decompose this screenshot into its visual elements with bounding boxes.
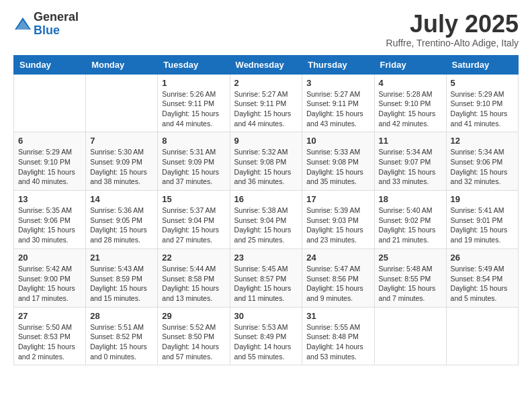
calendar-cell: 27Sunrise: 5:50 AM Sunset: 8:53 PM Dayli… [14,307,86,365]
logo: General Blue [13,11,79,38]
day-info: Sunrise: 5:44 AM Sunset: 8:58 PM Dayligh… [162,264,225,304]
day-number: 11 [379,136,442,146]
calendar-header-wednesday: Wednesday [230,55,302,74]
calendar-cell: 31Sunrise: 5:55 AM Sunset: 8:48 PM Dayli… [302,307,374,365]
calendar-cell: 13Sunrise: 5:35 AM Sunset: 9:06 PM Dayli… [14,191,86,249]
day-info: Sunrise: 5:30 AM Sunset: 9:09 PM Dayligh… [90,147,153,187]
day-info: Sunrise: 5:42 AM Sunset: 9:00 PM Dayligh… [18,264,81,304]
calendar-header-monday: Monday [86,55,158,74]
day-info: Sunrise: 5:40 AM Sunset: 9:02 PM Dayligh… [379,205,442,245]
calendar-cell: 1Sunrise: 5:26 AM Sunset: 9:11 PM Daylig… [158,74,230,132]
day-number: 18 [379,194,442,204]
day-number: 14 [90,194,153,204]
page-header: General Blue July 2025 Ruffre, Trentino-… [13,11,519,48]
day-info: Sunrise: 5:27 AM Sunset: 9:11 PM Dayligh… [234,89,298,129]
day-number: 1 [162,78,225,88]
calendar-header-saturday: Saturday [446,55,518,74]
day-number: 12 [451,136,514,146]
day-info: Sunrise: 5:31 AM Sunset: 9:09 PM Dayligh… [162,147,225,187]
day-info: Sunrise: 5:55 AM Sunset: 8:48 PM Dayligh… [306,322,369,362]
calendar-cell: 18Sunrise: 5:40 AM Sunset: 9:02 PM Dayli… [374,191,446,249]
day-info: Sunrise: 5:38 AM Sunset: 9:04 PM Dayligh… [234,205,298,245]
calendar-cell: 26Sunrise: 5:49 AM Sunset: 8:54 PM Dayli… [446,248,518,307]
calendar-cell: 17Sunrise: 5:39 AM Sunset: 9:03 PM Dayli… [302,191,374,249]
day-number: 6 [18,136,81,146]
day-info: Sunrise: 5:29 AM Sunset: 9:10 PM Dayligh… [18,147,81,187]
day-number: 3 [306,78,369,88]
calendar-cell: 4Sunrise: 5:28 AM Sunset: 9:10 PM Daylig… [374,74,446,132]
calendar-cell: 29Sunrise: 5:52 AM Sunset: 8:50 PM Dayli… [158,307,230,365]
day-number: 16 [234,194,298,204]
day-info: Sunrise: 5:28 AM Sunset: 9:10 PM Dayligh… [379,89,442,129]
day-info: Sunrise: 5:39 AM Sunset: 9:03 PM Dayligh… [306,205,369,245]
calendar-cell: 28Sunrise: 5:51 AM Sunset: 8:52 PM Dayli… [86,307,158,365]
day-number: 24 [306,253,369,263]
calendar-cell: 6Sunrise: 5:29 AM Sunset: 9:10 PM Daylig… [14,132,86,191]
day-number: 22 [162,253,225,263]
logo-general: General [34,11,79,24]
calendar-cell: 22Sunrise: 5:44 AM Sunset: 8:58 PM Dayli… [158,248,230,307]
day-number: 29 [162,311,225,321]
day-number: 8 [162,136,225,146]
calendar-cell: 16Sunrise: 5:38 AM Sunset: 9:04 PM Dayli… [230,191,302,249]
calendar-cell: 9Sunrise: 5:32 AM Sunset: 9:08 PM Daylig… [230,132,302,191]
calendar-cell [374,307,446,365]
calendar-header-row: SundayMondayTuesdayWednesdayThursdayFrid… [14,55,519,74]
day-info: Sunrise: 5:45 AM Sunset: 8:57 PM Dayligh… [234,264,298,304]
day-info: Sunrise: 5:33 AM Sunset: 9:08 PM Dayligh… [306,147,369,187]
day-number: 9 [234,136,298,146]
calendar-cell: 21Sunrise: 5:43 AM Sunset: 8:59 PM Dayli… [86,248,158,307]
logo-blue: Blue [34,24,79,38]
day-info: Sunrise: 5:37 AM Sunset: 9:04 PM Dayligh… [162,205,225,245]
calendar-cell: 25Sunrise: 5:48 AM Sunset: 8:55 PM Dayli… [374,248,446,307]
calendar-week-row: 13Sunrise: 5:35 AM Sunset: 9:06 PM Dayli… [14,191,519,249]
day-number: 7 [90,136,153,146]
calendar-week-row: 6Sunrise: 5:29 AM Sunset: 9:10 PM Daylig… [14,132,519,191]
logo-icon [13,15,32,34]
day-info: Sunrise: 5:43 AM Sunset: 8:59 PM Dayligh… [90,264,153,304]
calendar-cell: 8Sunrise: 5:31 AM Sunset: 9:09 PM Daylig… [158,132,230,191]
calendar-week-row: 1Sunrise: 5:26 AM Sunset: 9:11 PM Daylig… [14,74,519,132]
calendar-header-tuesday: Tuesday [158,55,230,74]
day-info: Sunrise: 5:50 AM Sunset: 8:53 PM Dayligh… [18,322,81,362]
calendar-cell: 23Sunrise: 5:45 AM Sunset: 8:57 PM Dayli… [230,248,302,307]
day-info: Sunrise: 5:27 AM Sunset: 9:11 PM Dayligh… [306,89,369,129]
calendar-cell: 14Sunrise: 5:36 AM Sunset: 9:05 PM Dayli… [86,191,158,249]
calendar-cell: 10Sunrise: 5:33 AM Sunset: 9:08 PM Dayli… [302,132,374,191]
day-number: 30 [234,311,298,321]
calendar-cell [14,74,86,132]
calendar-cell: 24Sunrise: 5:47 AM Sunset: 8:56 PM Dayli… [302,248,374,307]
day-number: 15 [162,194,225,204]
day-number: 28 [90,311,153,321]
day-number: 23 [234,253,298,263]
day-number: 26 [451,253,514,263]
day-info: Sunrise: 5:48 AM Sunset: 8:55 PM Dayligh… [379,264,442,304]
calendar-cell: 3Sunrise: 5:27 AM Sunset: 9:11 PM Daylig… [302,74,374,132]
day-number: 20 [18,253,81,263]
day-number: 27 [18,311,81,321]
day-info: Sunrise: 5:41 AM Sunset: 9:01 PM Dayligh… [451,205,514,245]
calendar-cell [86,74,158,132]
calendar-table: SundayMondayTuesdayWednesdayThursdayFrid… [13,55,519,366]
day-info: Sunrise: 5:32 AM Sunset: 9:08 PM Dayligh… [234,147,298,187]
day-number: 5 [451,78,514,88]
day-info: Sunrise: 5:29 AM Sunset: 9:10 PM Dayligh… [451,89,514,129]
day-info: Sunrise: 5:35 AM Sunset: 9:06 PM Dayligh… [18,205,81,245]
calendar-cell: 19Sunrise: 5:41 AM Sunset: 9:01 PM Dayli… [446,191,518,249]
calendar-header-sunday: Sunday [14,55,86,74]
day-info: Sunrise: 5:53 AM Sunset: 8:49 PM Dayligh… [234,322,298,362]
day-info: Sunrise: 5:47 AM Sunset: 8:56 PM Dayligh… [306,264,369,304]
day-number: 17 [306,194,369,204]
month-title: July 2025 [386,11,519,38]
calendar-cell: 12Sunrise: 5:34 AM Sunset: 9:06 PM Dayli… [446,132,518,191]
calendar-week-row: 20Sunrise: 5:42 AM Sunset: 9:00 PM Dayli… [14,248,519,307]
calendar-cell: 7Sunrise: 5:30 AM Sunset: 9:09 PM Daylig… [86,132,158,191]
day-info: Sunrise: 5:36 AM Sunset: 9:05 PM Dayligh… [90,205,153,245]
day-info: Sunrise: 5:51 AM Sunset: 8:52 PM Dayligh… [90,322,153,362]
day-info: Sunrise: 5:52 AM Sunset: 8:50 PM Dayligh… [162,322,225,362]
day-number: 25 [379,253,442,263]
day-number: 21 [90,253,153,263]
day-info: Sunrise: 5:49 AM Sunset: 8:54 PM Dayligh… [451,264,514,304]
calendar-header-thursday: Thursday [302,55,374,74]
calendar-header-friday: Friday [374,55,446,74]
